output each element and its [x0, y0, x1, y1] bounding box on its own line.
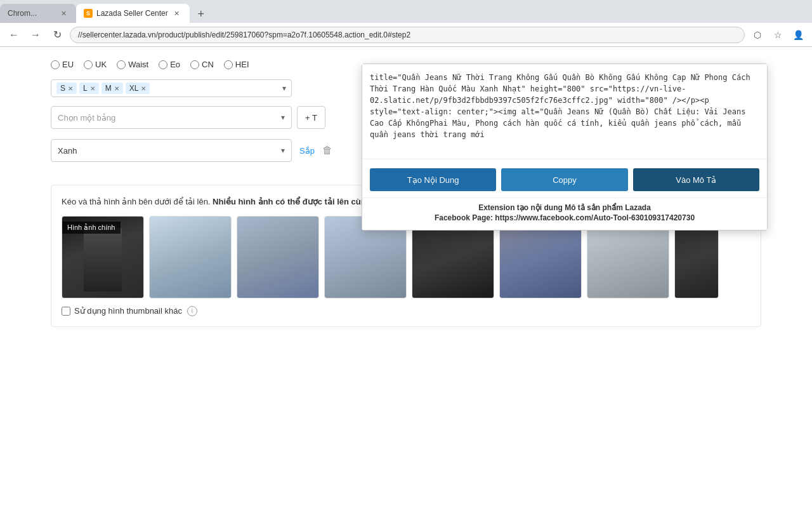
sap-button[interactable]: Sắp	[297, 146, 317, 156]
cast-icon[interactable]: ⬡	[749, 26, 766, 44]
color-select-value: Xanh	[58, 146, 281, 156]
thumbnail-checkbox[interactable]	[62, 307, 70, 316]
popup-footer-link: Facebook Page: https://www.facebook.com/…	[370, 213, 759, 222]
btn-copy[interactable]: Coppy	[501, 168, 627, 191]
tab-chrome-close[interactable]: ✕	[58, 8, 69, 18]
size-label-eo: Eo	[170, 60, 180, 69]
chrome-tab-label: Chrom...	[8, 9, 37, 18]
tags-chevron-icon[interactable]: ▾	[282, 84, 286, 93]
size-label-uk: UK	[95, 60, 107, 69]
tag-l: L ✕	[79, 83, 99, 94]
browser-chrome: Chrom... ✕ S Lazada Seller Center ✕ + ← …	[0, 0, 812, 47]
new-tab-button[interactable]: +	[192, 5, 210, 23]
toolbar-icons: ⬡ ☆ 👤	[749, 26, 807, 44]
tag-s: S ✕	[56, 83, 77, 94]
add-button[interactable]: + T	[297, 106, 325, 129]
thumbnail-checkbox-container: Sử dụng hình thumbnail khác	[62, 306, 182, 316]
size-radio-eo[interactable]	[159, 60, 167, 69]
tag-l-label: L	[83, 84, 88, 93]
main-image-label: Hình ảnh chính	[62, 222, 121, 234]
thumbnail-row: Sử dụng hình thumbnail khác i	[62, 306, 750, 316]
size-option-waist[interactable]: Waist	[117, 60, 148, 69]
address-bar-row: ← → ↻ ⬡ ☆ 👤	[0, 23, 812, 47]
color-chevron-icon: ▾	[281, 146, 285, 155]
tab-bar: Chrom... ✕ S Lazada Seller Center ✕ +	[0, 0, 812, 23]
tag-m-label: M	[105, 84, 112, 93]
delete-color-icon[interactable]: 🗑	[322, 145, 332, 156]
lazada-tab-label: Lazada Seller Center	[96, 9, 168, 18]
chon-mot-bang-placeholder: Chọn một bảng	[58, 113, 281, 123]
size-label-hei: HEI	[235, 60, 249, 69]
image-thumb-3[interactable]	[237, 216, 319, 298]
popup-footer: Extension tạo nội dung Mô tả sản phẩm La…	[362, 197, 767, 230]
lazada-tab-icon: S	[84, 9, 93, 18]
image-thumb-2[interactable]	[149, 216, 232, 298]
tag-m-close[interactable]: ✕	[114, 85, 119, 92]
size-option-eu[interactable]: EU	[51, 60, 74, 69]
tab-lazada-close[interactable]: ✕	[172, 8, 182, 18]
size-option-eo[interactable]: Eo	[159, 60, 180, 69]
size-option-cn[interactable]: CN	[190, 60, 214, 69]
size-radio-eu[interactable]	[51, 60, 60, 69]
size-radio-hei[interactable]	[224, 60, 233, 69]
tab-chrome[interactable]: Chrom... ✕	[0, 4, 76, 23]
btn-tao-noi-dung[interactable]: Tạo Nội Dung	[370, 168, 496, 191]
size-option-hei[interactable]: HEI	[224, 60, 249, 69]
size-label-eu: EU	[62, 60, 74, 69]
refresh-button[interactable]: ↻	[48, 26, 66, 44]
size-option-uk[interactable]: UK	[84, 60, 107, 69]
color-select[interactable]: Xanh ▾	[51, 139, 292, 162]
tag-xl-close[interactable]: ✕	[141, 85, 146, 92]
chon-mot-bang-chevron-icon: ▾	[281, 113, 285, 122]
popup-overlay: Tạo Nội Dung Coppy Vào Mô Tả Extension t…	[362, 64, 768, 231]
tag-m: M ✕	[102, 83, 123, 94]
chon-mot-bang-select[interactable]: Chọn một bảng ▾	[51, 106, 292, 129]
profile-icon[interactable]: 👤	[789, 26, 807, 44]
size-radio-waist[interactable]	[117, 60, 126, 69]
image-thumb-main[interactable]: Hình ảnh chính	[62, 216, 144, 298]
size-label-cn: CN	[202, 60, 214, 69]
size-label-waist: Waist	[128, 60, 148, 69]
size-radio-uk[interactable]	[84, 60, 93, 69]
thumbnail-label: Sử dụng hình thumbnail khác	[74, 306, 182, 316]
popup-buttons: Tạo Nội Dung Coppy Vào Mô Tả	[362, 162, 767, 197]
tag-s-label: S	[60, 84, 65, 93]
tag-s-close[interactable]: ✕	[68, 85, 73, 92]
tag-xl-label: XL	[129, 84, 139, 93]
size-radio-cn[interactable]	[190, 60, 199, 69]
tags-input-container[interactable]: S ✕ L ✕ M ✕ XL ✕ ▾	[51, 79, 292, 97]
popup-footer-title: Extension tạo nội dung Mô tả sản phẩm La…	[370, 203, 759, 212]
thumbnail-info-icon[interactable]: i	[187, 306, 197, 316]
tag-l-close[interactable]: ✕	[90, 85, 95, 92]
upload-normal-text: Kéo và thả hình ảnh bên dưới để tải lên.	[62, 197, 210, 206]
btn-vao-mo-ta[interactable]: Vào Mô Tả	[633, 168, 759, 191]
bookmark-icon[interactable]: ☆	[769, 26, 787, 44]
tag-xl: XL ✕	[126, 83, 150, 94]
add-button-label: + T	[305, 113, 317, 123]
back-button[interactable]: ←	[5, 26, 23, 44]
forward-button[interactable]: →	[27, 26, 44, 44]
popup-textarea[interactable]	[362, 64, 767, 159]
tab-lazada[interactable]: S Lazada Seller Center ✕	[76, 4, 190, 23]
address-input[interactable]	[70, 27, 745, 43]
